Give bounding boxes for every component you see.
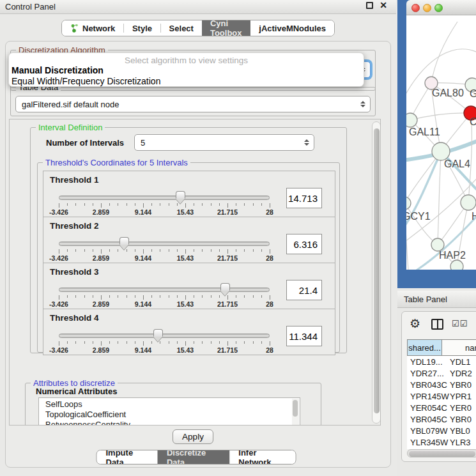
settings-vertical-scrollbar[interactable] (372, 121, 381, 424)
slider-tick (101, 341, 102, 346)
bottom-tab-impute-data[interactable]: Impute Data (97, 450, 158, 464)
slider-thumb[interactable] (220, 283, 230, 291)
slider-tick (127, 295, 127, 298)
attributes-scrollbar-thumb[interactable] (293, 400, 298, 417)
attribute-list-item[interactable]: TopologicalCoefficient (39, 410, 300, 420)
algorithm-option[interactable]: Manual Discretization (12, 65, 362, 76)
slider-tick (160, 249, 160, 252)
slider-tick (202, 295, 203, 298)
slider-tick (219, 203, 220, 206)
network-node[interactable] (450, 260, 463, 270)
tab-label: Select (169, 24, 194, 33)
slider-tick (160, 203, 160, 206)
num-intervals-combobox[interactable]: 5 (134, 134, 314, 151)
network-node[interactable] (461, 195, 476, 210)
table-row[interactable]: YBR043CYBR0 (407, 379, 476, 390)
table-row[interactable]: YPR145WYPR1 (407, 390, 476, 402)
slider-tick-label: 2.859 (93, 346, 109, 354)
node-table[interactable]: shared...name YDL19...YDL1YDR27...YDR2YB… (407, 339, 476, 449)
slider-thumb[interactable] (176, 191, 185, 199)
tab-style[interactable]: Style (124, 20, 160, 36)
slider-tick (59, 341, 59, 346)
settings-scrollbar-thumb[interactable] (374, 128, 380, 413)
control-panel: Control Panel ✕ NetworkStyleSelectCyni T… (0, 0, 396, 476)
table-cell: YBR0 (447, 380, 476, 390)
network-node-label: GAL80 (432, 88, 464, 98)
attribute-list-item[interactable]: SelfLoops (39, 399, 300, 410)
slider-tick-label: 9.144 (135, 254, 151, 262)
close-traffic-light-icon[interactable] (411, 4, 420, 12)
table-cell: YDR27... (407, 369, 447, 378)
float-window-icon[interactable] (366, 2, 373, 9)
table-row[interactable]: YBL079WYBL0 (407, 425, 476, 436)
slider-tick (253, 203, 254, 206)
slider-thumb[interactable] (153, 329, 163, 337)
table-hscrollbar-thumb[interactable] (409, 451, 475, 457)
slider-track[interactable] (59, 196, 270, 200)
slider-tick-label: 21.715 (217, 346, 238, 354)
columns-icon[interactable] (431, 319, 443, 330)
tab-jactivemnodules[interactable]: jActiveMNodules (250, 20, 334, 36)
threshold-value-field[interactable]: 21.4 (286, 280, 322, 300)
network-node-label: C (470, 116, 476, 127)
tab-label: Cyni Toolbox (210, 20, 242, 36)
close-icon[interactable]: ✕ (380, 2, 387, 9)
slider-tick (244, 295, 245, 298)
table-cell: YER0 (447, 403, 476, 413)
threshold-box: Threshold 3-3.4262.8599.14415.4321.71528… (43, 263, 335, 309)
table-row[interactable]: YBR045CYBR0 (407, 413, 476, 425)
bottom-tab-infer-network[interactable]: Infer Network (229, 450, 295, 464)
table-row[interactable]: YDR27...YDR2 (407, 367, 476, 379)
table-horizontal-scrollbar[interactable] (407, 449, 476, 457)
attributes-listbox[interactable]: SelfLoopsTopologicalCoefficientBetweenne… (38, 397, 300, 426)
network-icon (70, 24, 79, 33)
slider-track[interactable] (59, 242, 270, 246)
table-column-header[interactable]: name (442, 339, 476, 356)
slider-tick (227, 249, 228, 254)
slider-track[interactable] (59, 288, 270, 292)
slider-tick (151, 203, 152, 206)
network-node[interactable] (406, 113, 417, 127)
network-window-titlebar[interactable] (406, 0, 476, 15)
threshold-value-field[interactable]: 14.713 (286, 188, 322, 208)
slider-tick (227, 203, 228, 208)
slider-tick-label: 2.859 (93, 300, 109, 308)
threshold-label: Threshold 2 (50, 221, 99, 231)
select-columns-checkboxes-icon[interactable]: ☑☑ (452, 319, 468, 328)
slider-track[interactable] (59, 334, 270, 338)
slider-tick (219, 295, 220, 298)
table-data-combobox[interactable]: galFiltered.sif default node (15, 96, 371, 112)
network-node[interactable] (406, 197, 411, 210)
zoom-traffic-light-icon[interactable] (434, 4, 443, 12)
table-row[interactable]: YDL19...YDL1 (407, 356, 476, 367)
table-row[interactable]: YLR345WYLR3 (407, 436, 476, 448)
slider-thumb[interactable] (119, 237, 129, 245)
gear-icon[interactable]: ⚙ (410, 316, 420, 331)
minimize-traffic-light-icon[interactable] (423, 4, 431, 12)
table-panel: Table Panel ⚙ ☑☑ shared...name YDL19...Y… (397, 291, 476, 476)
network-canvas[interactable]: GAL80GACGAL11GAL4GCY1HHAP2 (406, 15, 476, 270)
apply-button[interactable]: Apply (173, 429, 213, 444)
attribute-list-item[interactable]: BetweennessCentrality (39, 420, 300, 426)
network-node[interactable] (431, 238, 444, 251)
bottom-tab-discretize-data[interactable]: Discretize Data (158, 450, 229, 464)
combo-arrows-icon (360, 101, 365, 107)
network-node[interactable] (432, 142, 450, 160)
slider-tick-label: 9.144 (135, 208, 151, 216)
slider-tick (227, 341, 228, 346)
algorithm-placeholder: Select algorithm to view settings (9, 56, 364, 65)
table-cell: YPR1 (447, 392, 476, 401)
slider-tick-label: 9.144 (135, 300, 151, 308)
threshold-value-field[interactable]: 6.316 (286, 234, 322, 254)
tab-cyni-toolbox[interactable]: Cyni Toolbox (202, 20, 250, 36)
table-toolbar: ⚙ ☑☑ (402, 312, 476, 337)
attributes-scrollbar[interactable] (292, 399, 299, 426)
table-row[interactable]: YER054CYER0 (407, 402, 476, 413)
algorithm-option[interactable]: Equal Width/Frequency Discretization (12, 76, 362, 87)
tab-network[interactable]: Network (62, 20, 123, 36)
table-rows: YDL19...YDL1YDR27...YDR2YBR043CYBR0YPR14… (407, 356, 476, 449)
table-column-header[interactable]: shared... (407, 339, 442, 356)
threshold-value-field[interactable]: 11.344 (286, 326, 322, 346)
tab-label: Style (132, 24, 152, 33)
tab-select[interactable]: Select (161, 20, 202, 36)
